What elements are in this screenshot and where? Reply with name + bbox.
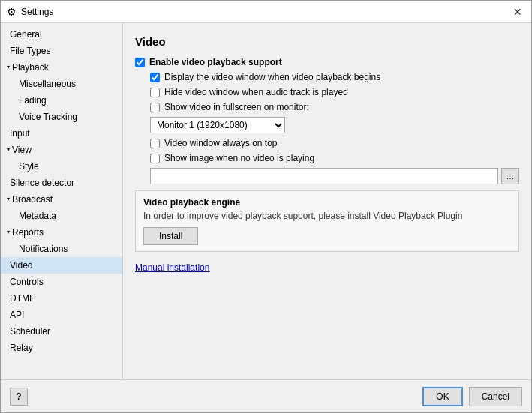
always-on-top-label[interactable]: Video window always on top <box>164 138 278 148</box>
always-on-top-row: Video window always on top <box>150 138 519 148</box>
sidebar-label-broadcast: Broadcast <box>12 193 53 206</box>
sidebar-item-view[interactable]: ▾ View <box>1 142 122 158</box>
display-window-label[interactable]: Display the video window when video play… <box>164 72 380 82</box>
help-button[interactable]: ? <box>10 388 28 406</box>
sidebar-item-video[interactable]: Video <box>1 257 122 274</box>
always-on-top-checkbox[interactable] <box>150 139 160 148</box>
settings-window: ⚙ Settings ✕ General File Types ▾ Playba… <box>0 0 532 413</box>
sidebar-item-dtmf[interactable]: DTMF <box>1 290 122 307</box>
enable-video-row: Enable video playback support <box>135 57 519 67</box>
titlebar: ⚙ Settings ✕ <box>1 1 531 23</box>
sidebar-item-notifications[interactable]: Notifications <box>1 241 122 257</box>
hide-window-checkbox[interactable] <box>150 88 160 97</box>
chevron-down-icon: ▾ <box>7 193 10 206</box>
sidebar-label-reports: Reports <box>12 226 44 239</box>
footer-buttons: OK Cancel <box>422 387 522 406</box>
hide-window-label[interactable]: Hide video window when audio track is pl… <box>164 87 348 97</box>
image-path-row: … <box>150 168 519 184</box>
enable-video-label[interactable]: Enable video playback support <box>149 57 282 67</box>
main-panel: Video Enable video playback support Disp… <box>123 23 531 379</box>
monitor-select[interactable]: Monitor 1 (1920x1080) Monitor 2 <box>150 117 285 133</box>
chevron-down-icon: ▾ <box>7 61 10 74</box>
monitor-select-row: Monitor 1 (1920x1080) Monitor 2 <box>150 117 519 133</box>
display-window-row: Display the video window when video play… <box>150 72 519 82</box>
enable-video-checkbox[interactable] <box>135 58 145 67</box>
engine-description: In order to improve video playback suppo… <box>143 211 511 221</box>
show-fullscreen-checkbox[interactable] <box>150 103 160 112</box>
sidebar-item-controls[interactable]: Controls <box>1 274 122 290</box>
browse-button[interactable]: … <box>501 168 519 184</box>
sidebar-item-fading[interactable]: Fading <box>1 92 122 109</box>
chevron-down-icon: ▾ <box>7 143 10 157</box>
chevron-down-icon: ▾ <box>7 226 10 239</box>
sidebar-item-general[interactable]: General <box>1 26 122 43</box>
sidebar-item-style[interactable]: Style <box>1 158 122 175</box>
footer: ? OK Cancel <box>1 379 531 412</box>
sidebar-item-reports[interactable]: ▾ Reports <box>1 224 122 241</box>
sidebar-item-scheduler[interactable]: Scheduler <box>1 323 122 340</box>
engine-title: Video playback engine <box>143 197 511 208</box>
window-title: Settings <box>21 7 53 17</box>
sidebar-item-file-types[interactable]: File Types <box>1 43 122 59</box>
install-button[interactable]: Install <box>143 227 198 245</box>
sidebar-label-playback: Playback <box>12 61 49 74</box>
app-icon: ⚙ <box>7 6 17 18</box>
sidebar-item-relay[interactable]: Relay <box>1 340 122 356</box>
show-fullscreen-row: Show video in fullscreen on monitor: <box>150 102 519 112</box>
sidebar-item-playback[interactable]: ▾ Playback <box>1 59 122 76</box>
sidebar-item-input[interactable]: Input <box>1 125 122 142</box>
panel-title: Video <box>135 35 519 48</box>
manual-installation-link[interactable]: Manual installation <box>135 262 209 273</box>
content-area: General File Types ▾ Playback Miscellane… <box>1 23 531 379</box>
sidebar-label-view: View <box>12 143 32 157</box>
sidebar: General File Types ▾ Playback Miscellane… <box>1 23 123 379</box>
cancel-button[interactable]: Cancel <box>469 387 522 406</box>
sidebar-item-metadata[interactable]: Metadata <box>1 208 122 224</box>
sidebar-item-miscellaneous[interactable]: Miscellaneous <box>1 76 122 92</box>
sidebar-item-silence-detector[interactable]: Silence detector <box>1 175 122 191</box>
show-image-row: Show image when no video is playing <box>150 153 519 163</box>
ok-button[interactable]: OK <box>422 387 462 406</box>
image-path-input[interactable] <box>150 168 498 184</box>
hide-window-row: Hide video window when audio track is pl… <box>150 87 519 97</box>
show-image-label[interactable]: Show image when no video is playing <box>164 153 314 163</box>
sidebar-item-api[interactable]: API <box>1 307 122 323</box>
show-fullscreen-label[interactable]: Show video in fullscreen on monitor: <box>164 102 309 112</box>
show-image-checkbox[interactable] <box>150 154 160 163</box>
display-window-checkbox[interactable] <box>150 73 160 82</box>
titlebar-left: ⚙ Settings <box>7 6 53 18</box>
sidebar-item-broadcast[interactable]: ▾ Broadcast <box>1 191 122 208</box>
sidebar-item-voice-tracking[interactable]: Voice Tracking <box>1 109 122 125</box>
engine-box: Video playback engine In order to improv… <box>135 190 519 252</box>
close-button[interactable]: ✕ <box>510 6 525 18</box>
